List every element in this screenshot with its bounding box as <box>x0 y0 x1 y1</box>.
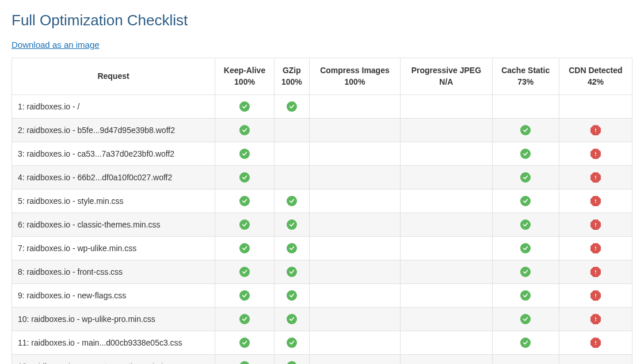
cell-gzip <box>274 284 309 308</box>
cell-keep_alive <box>215 237 275 260</box>
cell-cdn <box>559 237 632 260</box>
cell-cdn <box>559 213 632 237</box>
warning-icon <box>590 172 601 183</box>
cell-pjpeg <box>401 355 492 364</box>
table-row-partial: 12: raidboxes.io - rege...tor-runtime.mi… <box>12 355 632 364</box>
cell-gzip <box>274 189 309 213</box>
cell-gzip <box>274 260 309 284</box>
optimization-checklist-table: Request Keep-Alive100% GZip100% Compress… <box>12 58 632 364</box>
check-icon <box>520 196 531 206</box>
warning-icon <box>590 267 601 277</box>
check-icon <box>239 101 250 112</box>
check-icon <box>520 314 531 324</box>
warning-icon <box>590 243 601 253</box>
cell-cdn <box>559 284 632 308</box>
cell-pjpeg <box>401 308 492 331</box>
warning-icon <box>590 219 601 230</box>
cell-gzip <box>274 237 309 260</box>
cell-request: 3: raidboxes.io - ca53...7a37d0e23bf0.wo… <box>12 142 215 166</box>
cell-keep_alive <box>215 142 275 166</box>
cell-request: 9: raidboxes.io - new-flags.css <box>12 284 215 308</box>
page-title: Full Optimization Checklist <box>12 12 632 29</box>
check-icon <box>520 172 531 183</box>
cell-gzip <box>274 119 309 142</box>
svg-rect-16 <box>595 317 596 320</box>
cell-gzip <box>274 95 309 119</box>
cell-keep_alive <box>215 189 275 213</box>
cell-keep_alive <box>215 95 275 119</box>
table-row: 2: raidboxes.io - b5fe...9d47d95e39b8.wo… <box>12 119 632 142</box>
check-icon <box>239 196 250 206</box>
warning-icon <box>590 338 601 348</box>
check-icon <box>520 267 531 277</box>
cell-compress <box>309 331 400 355</box>
cell-compress <box>309 355 400 364</box>
cell-gzip <box>274 166 309 189</box>
table-row: 8: raidboxes.io - front-css.css <box>12 260 632 284</box>
table-row: 3: raidboxes.io - ca53...7a37d0e23bf0.wo… <box>12 142 632 166</box>
check-icon <box>239 290 250 301</box>
cell-cache <box>492 284 559 308</box>
svg-rect-0 <box>595 128 596 131</box>
table-row: 6: raidboxes.io - classic-themes.min.css <box>12 213 632 237</box>
cell-gzip <box>274 308 309 331</box>
check-icon <box>287 101 297 112</box>
svg-rect-18 <box>595 341 596 343</box>
svg-rect-13 <box>595 273 596 274</box>
svg-rect-7 <box>595 202 596 203</box>
cell-keep_alive <box>215 331 275 355</box>
check-icon <box>520 125 531 135</box>
cell-request: 4: raidboxes.io - 66b2...df0a10f0c027.wo… <box>12 166 215 189</box>
cell-pjpeg <box>401 166 492 189</box>
cell-cdn <box>559 331 632 355</box>
warning-icon <box>590 290 601 301</box>
cell-cache <box>492 166 559 189</box>
svg-rect-10 <box>595 247 596 249</box>
col-progressive-jpeg: Progressive JPEGN/A <box>401 58 492 95</box>
cell-cdn <box>559 189 632 213</box>
cell-request: 11: raidboxes.io - main...d00cb9338e05c3… <box>12 331 215 355</box>
svg-rect-11 <box>595 249 596 251</box>
table-row: 10: raidboxes.io - wp-ulike-pro.min.css <box>12 308 632 331</box>
cell-cdn <box>559 142 632 166</box>
table-row: 7: raidboxes.io - wp-ulike.min.css <box>12 237 632 260</box>
cell-keep_alive <box>215 308 275 331</box>
cell-pjpeg <box>401 260 492 284</box>
cell-pjpeg <box>401 331 492 355</box>
check-icon <box>239 267 250 277</box>
col-keep-alive: Keep-Alive100% <box>215 58 275 95</box>
table-row: 9: raidboxes.io - new-flags.css <box>12 284 632 308</box>
svg-rect-6 <box>595 199 596 202</box>
cell-pjpeg <box>401 142 492 166</box>
check-icon <box>287 361 297 364</box>
warning-icon <box>590 149 601 159</box>
cell-cdn <box>559 95 632 119</box>
download-as-image-link[interactable]: Download as an image <box>12 40 100 50</box>
cell-cdn <box>559 308 632 331</box>
cell-cdn <box>559 355 632 364</box>
cell-pjpeg <box>401 237 492 260</box>
cell-gzip <box>274 213 309 237</box>
svg-rect-8 <box>595 223 596 225</box>
cell-cdn <box>559 166 632 189</box>
cell-cache <box>492 237 559 260</box>
cell-keep_alive <box>215 284 275 308</box>
svg-rect-19 <box>595 344 596 345</box>
check-icon <box>239 243 250 253</box>
cell-request: 10: raidboxes.io - wp-ulike-pro.min.css <box>12 308 215 331</box>
check-icon <box>239 125 250 135</box>
cell-request: 5: raidboxes.io - style.min.css <box>12 189 215 213</box>
col-compress-images: Compress Images100% <box>309 58 400 95</box>
cell-keep_alive <box>215 119 275 142</box>
check-icon <box>287 314 297 324</box>
cell-keep_alive <box>215 355 275 364</box>
cell-keep_alive <box>215 213 275 237</box>
cell-cache <box>492 189 559 213</box>
col-cache-static: Cache Static73% <box>492 58 559 95</box>
check-icon <box>520 243 531 253</box>
check-icon <box>287 290 297 301</box>
cell-request: 8: raidboxes.io - front-css.css <box>12 260 215 284</box>
cell-pjpeg <box>401 119 492 142</box>
check-icon <box>520 338 531 348</box>
check-icon <box>287 196 297 206</box>
